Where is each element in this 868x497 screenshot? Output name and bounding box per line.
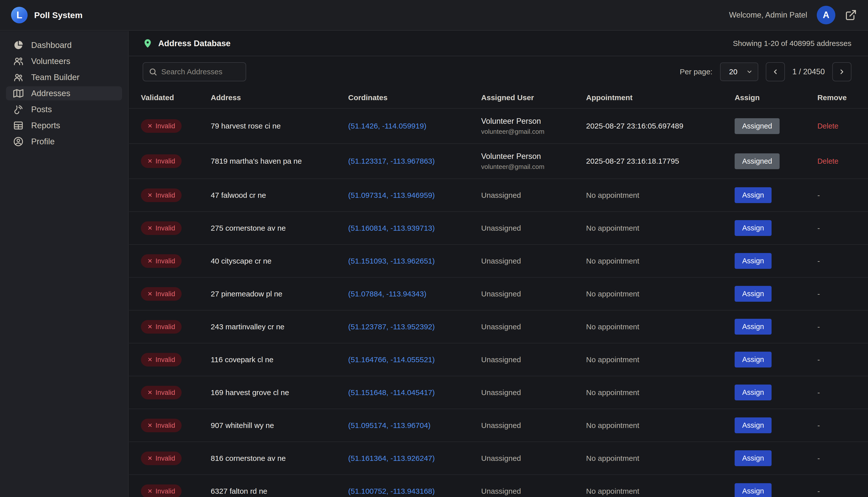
- remove-placeholder: -: [817, 323, 820, 331]
- validated-cell: ✕ Invalid: [129, 409, 211, 442]
- assign-button[interactable]: Assign: [734, 187, 772, 203]
- sidebar-item-posts[interactable]: Posts: [6, 102, 122, 116]
- broadcast-icon: [13, 104, 24, 115]
- appointment-cell: 2025-08-27 23:16:18.17795: [586, 144, 734, 179]
- next-page-button[interactable]: [832, 62, 851, 81]
- per-page-label: Per page:: [680, 68, 713, 76]
- coordinates-cell: (51.151648, -114.045417): [348, 376, 481, 409]
- address-cell: 27 pinemeadow pl ne: [211, 278, 348, 310]
- assign-button[interactable]: Assign: [734, 220, 772, 236]
- remove-placeholder: -: [817, 355, 820, 364]
- sidebar-item-label: Reports: [31, 121, 60, 130]
- validated-cell: ✕ Invalid: [129, 475, 211, 497]
- sidebar-item-label: Dashboard: [31, 40, 72, 50]
- assigned-user-name: Unassigned: [481, 257, 521, 265]
- coordinates-link[interactable]: (51.151093, -113.962651): [348, 257, 435, 265]
- sidebar-item-profile[interactable]: Profile: [6, 134, 122, 148]
- assigned-user-cell: Unassigned: [481, 310, 586, 343]
- validated-cell: ✕ Invalid: [129, 244, 211, 278]
- coordinates-cell: (51.07884, -113.94343): [348, 278, 481, 310]
- remove-placeholder: -: [817, 454, 820, 463]
- coordinates-link[interactable]: (51.100752, -113.943168): [348, 487, 435, 495]
- assign-button[interactable]: Assign: [734, 483, 772, 497]
- location-pin-icon: [143, 39, 153, 48]
- table-row: ✕ Invalid 907 whitehill wy ne (51.095174…: [129, 409, 868, 442]
- validated-cell: ✕ Invalid: [129, 278, 211, 310]
- assign-button[interactable]: Assign: [734, 253, 772, 269]
- coordinates-link[interactable]: (51.164766, -114.055521): [348, 355, 435, 364]
- remove-placeholder: -: [817, 290, 820, 298]
- assigned-user-email: volunteer@gmail.com: [481, 162, 580, 171]
- appointment-cell: No appointment: [586, 278, 734, 310]
- assigned-user-cell: Volunteer Person volunteer@gmail.com: [481, 144, 586, 179]
- appointment-cell: No appointment: [586, 212, 734, 244]
- remove-placeholder: -: [817, 388, 820, 397]
- sidebar: DashboardVolunteersTeam BuilderAddresses…: [0, 31, 129, 497]
- assigned-button[interactable]: Assigned: [734, 118, 780, 134]
- prev-page-button[interactable]: [766, 62, 785, 81]
- delete-link[interactable]: Delete: [817, 157, 838, 165]
- x-icon: ✕: [148, 191, 152, 200]
- column-header-cordinates: Cordinates: [348, 87, 481, 109]
- appointment-cell: No appointment: [586, 244, 734, 278]
- search-input[interactable]: [161, 68, 240, 76]
- remove-cell: Delete: [817, 109, 868, 144]
- sidebar-item-addresses[interactable]: Addresses: [6, 86, 122, 100]
- assigned-button[interactable]: Assigned: [734, 153, 780, 169]
- remove-placeholder: -: [817, 421, 820, 429]
- assign-button[interactable]: Assign: [734, 319, 772, 335]
- user-circle-icon: [13, 136, 24, 147]
- table-row: ✕ Invalid 169 harvest grove cl ne (51.15…: [129, 376, 868, 409]
- validated-cell: ✕ Invalid: [129, 442, 211, 475]
- showing-count: Showing 1-20 of 408995 addresses: [733, 39, 851, 48]
- assign-cell: Assign: [734, 376, 817, 409]
- sidebar-item-volunteers[interactable]: Volunteers: [6, 54, 122, 68]
- address-cell: 40 cityscape cr ne: [211, 244, 348, 278]
- assign-button[interactable]: Assign: [734, 286, 772, 302]
- external-link-icon[interactable]: [845, 9, 857, 21]
- invalid-badge: ✕ Invalid: [141, 119, 182, 133]
- coordinates-link[interactable]: (51.160814, -113.939713): [348, 224, 435, 232]
- column-header-address: Address: [211, 87, 348, 109]
- assign-button[interactable]: Assign: [734, 450, 772, 466]
- avatar[interactable]: A: [817, 6, 835, 24]
- per-page-select[interactable]: 20: [720, 62, 758, 81]
- remove-cell: -: [817, 212, 868, 244]
- coordinates-cell: (51.160814, -113.939713): [348, 212, 481, 244]
- address-cell: 79 harvest rose ci ne: [211, 109, 348, 144]
- per-page-value: 20: [729, 68, 738, 76]
- sidebar-item-dashboard[interactable]: Dashboard: [6, 38, 122, 52]
- table-row: ✕ Invalid 243 martinvalley cr ne (51.123…: [129, 310, 868, 343]
- invalid-badge: ✕ Invalid: [141, 254, 182, 268]
- sidebar-item-reports[interactable]: Reports: [6, 118, 122, 132]
- sidebar-item-team-builder[interactable]: Team Builder: [6, 70, 122, 84]
- assign-cell: Assigned: [734, 144, 817, 179]
- column-header-remove: Remove: [817, 87, 868, 109]
- coordinates-link[interactable]: (51.161364, -113.926247): [348, 454, 435, 463]
- appointment-cell: No appointment: [586, 442, 734, 475]
- coordinates-cell: (51.100752, -113.943168): [348, 475, 481, 497]
- welcome-text: Welcome, Admin Patel: [729, 11, 807, 19]
- coordinates-cell: (51.097314, -113.946959): [348, 179, 481, 212]
- delete-link[interactable]: Delete: [817, 122, 838, 130]
- assign-button[interactable]: Assign: [734, 352, 772, 368]
- main-content: Address Database Showing 1-20 of 408995 …: [129, 31, 868, 497]
- address-cell: 169 harvest grove cl ne: [211, 376, 348, 409]
- assign-button[interactable]: Assign: [734, 417, 772, 433]
- assigned-user-name: Unassigned: [481, 355, 521, 364]
- x-icon: ✕: [148, 157, 152, 166]
- coordinates-link[interactable]: (51.123317, -113.967863): [348, 157, 435, 165]
- appointment-cell: No appointment: [586, 475, 734, 497]
- coordinates-link[interactable]: (51.095174, -113.96704): [348, 421, 431, 429]
- coordinates-link[interactable]: (51.1426, -114.059919): [348, 122, 426, 130]
- coordinates-link[interactable]: (51.097314, -113.946959): [348, 191, 435, 199]
- assigned-user-cell: Unassigned: [481, 475, 586, 497]
- coordinates-link[interactable]: (51.123787, -113.952392): [348, 323, 435, 331]
- address-cell: 816 cornerstone av ne: [211, 442, 348, 475]
- assign-button[interactable]: Assign: [734, 385, 772, 400]
- coordinates-link[interactable]: (51.07884, -113.94343): [348, 290, 426, 298]
- table-row: ✕ Invalid 7819 martha's haven pa ne (51.…: [129, 144, 868, 179]
- coordinates-link[interactable]: (51.151648, -114.045417): [348, 388, 435, 397]
- appointment-cell: No appointment: [586, 376, 734, 409]
- coordinates-cell: (51.095174, -113.96704): [348, 409, 481, 442]
